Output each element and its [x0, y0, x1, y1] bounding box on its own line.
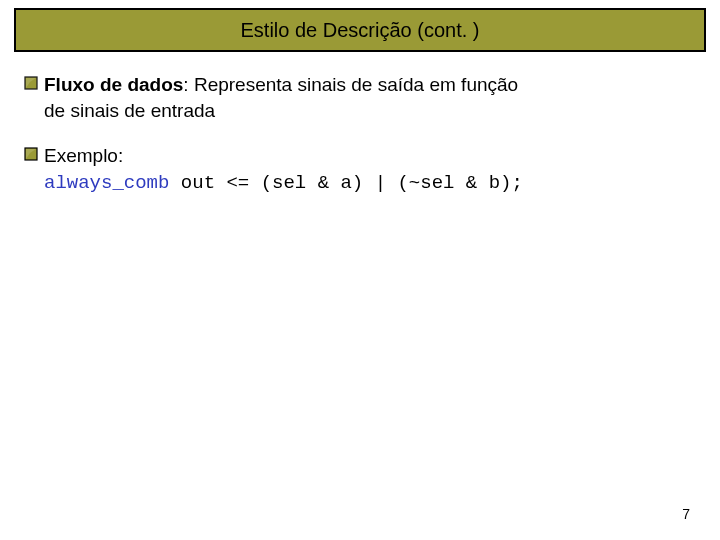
- bullet-lead: Fluxo de dados: [44, 74, 183, 95]
- bullet-item: Exemplo:: [24, 143, 696, 169]
- bullet-item: Fluxo de dados: Representa sinais de saí…: [24, 72, 696, 98]
- slide-title-box: Estilo de Descrição (cont. ): [14, 8, 706, 52]
- square-bullet-icon: [24, 147, 38, 161]
- page-number: 7: [682, 506, 690, 522]
- slide-content: Fluxo de dados: Representa sinais de saí…: [24, 72, 696, 197]
- bullet-continuation: de sinais de entrada: [44, 98, 696, 124]
- bullet-rest: Exemplo:: [44, 145, 123, 166]
- bullet-text: Fluxo de dados: Representa sinais de saí…: [44, 72, 696, 98]
- code-example: always_comb out <= (sel & a) | (~sel & b…: [44, 171, 696, 197]
- code-keyword: always_comb: [44, 172, 169, 194]
- bullet-rest: : Representa sinais de saída em função: [183, 74, 518, 95]
- square-bullet-icon: [24, 76, 38, 90]
- slide-title: Estilo de Descrição (cont. ): [241, 19, 480, 42]
- bullet-text: Exemplo:: [44, 143, 696, 169]
- code-rest: out <= (sel & a) | (~sel & b);: [169, 172, 522, 194]
